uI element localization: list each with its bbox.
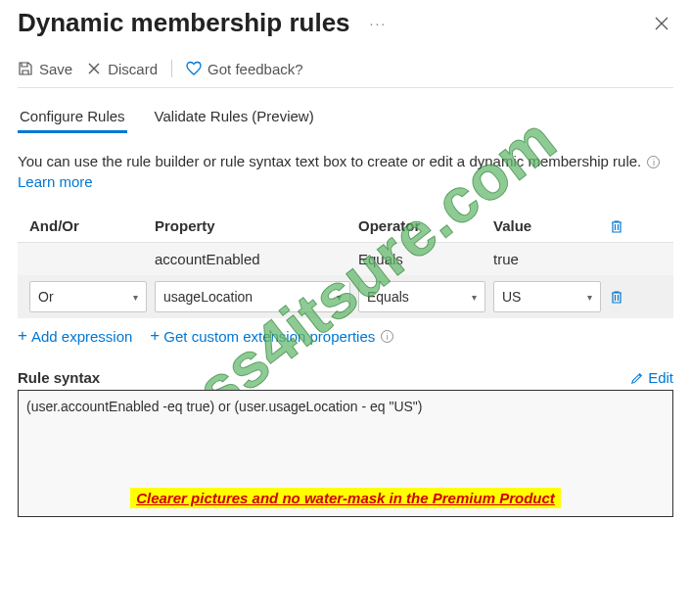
chevron-down-icon: ▾ [472,292,477,303]
more-menu[interactable]: ··· [370,16,388,31]
plus-icon: + [150,326,160,346]
add-expression-label: Add expression [31,328,132,345]
edit-syntax-button[interactable]: Edit [630,369,673,386]
value-dropdown[interactable]: US ▾ [493,281,601,312]
dynamic-membership-panel: Pass4itsure.com Dynamic membership rules… [0,0,691,535]
plus-icon: + [18,326,27,346]
trash-icon [609,218,624,234]
tab-validate-rules[interactable]: Validate Rules (Preview) [153,102,316,133]
learn-more-link[interactable]: Learn more [18,173,93,190]
discard-label: Discard [108,61,158,77]
description-text: You can use the rule builder or rule syn… [18,151,673,192]
save-label: Save [39,61,72,77]
get-ext-label: Get custom extension properties [163,328,375,345]
property-dropdown[interactable]: usageLocation ▾ [155,281,350,312]
heart-icon [186,61,202,76]
delete-all-button[interactable] [609,218,638,234]
toolbar: Save Discard Got feedback? [18,56,673,88]
discard-button[interactable]: Discard [86,61,158,77]
close-icon [654,16,669,31]
property-value: usageLocation [163,289,253,305]
delete-row-button[interactable] [609,289,638,305]
cell-value: true [493,251,601,267]
cell-property: accountEnabled [155,251,350,267]
panel-title: Dynamic membership rules [18,8,350,38]
table-header-row: And/Or Property Operator Value [18,210,673,243]
rule-syntax-box[interactable]: (user.accountEnabled -eq true) or (user.… [18,390,673,517]
toolbar-separator [171,60,172,77]
chevron-down-icon: ▾ [337,292,342,303]
panel-header: Dynamic membership rules ··· [18,8,673,38]
trash-icon [609,289,624,305]
description-body: You can use the rule builder or rule syn… [18,153,641,169]
feedback-label: Got feedback? [207,61,303,77]
edit-label: Edit [648,369,673,386]
col-header-andor: And/Or [20,217,147,234]
info-icon[interactable]: i [381,330,393,343]
col-header-property: Property [155,217,350,234]
info-icon[interactable]: i [647,156,660,168]
pencil-icon [630,371,644,385]
table-row: Or ▾ usageLocation ▾ Equals ▾ US ▾ [18,275,673,318]
promo-banner: Clearer pictures and no water-mask in th… [19,490,672,506]
promo-text: Clearer pictures and no water-mask in th… [130,488,561,508]
actions-row: + Add expression + Get custom extension … [18,326,673,346]
andor-dropdown[interactable]: Or ▾ [29,281,147,312]
andor-value: Or [38,289,54,305]
table-row: accountEnabled Equals true [18,243,673,275]
tab-configure-rules[interactable]: Configure Rules [18,102,127,133]
rule-syntax-text: (user.accountEnabled -eq true) or (user.… [26,399,423,414]
save-button[interactable]: Save [18,61,72,77]
feedback-button[interactable]: Got feedback? [186,61,303,77]
discard-icon [86,61,102,76]
add-expression-button[interactable]: + Add expression [18,326,132,346]
tabs: Configure Rules Validate Rules (Preview) [18,102,673,133]
chevron-down-icon: ▾ [587,292,592,303]
operator-dropdown[interactable]: Equals ▾ [358,281,485,312]
value-value: US [502,289,521,305]
cell-operator: Equals [358,251,485,267]
col-header-value: Value [493,217,601,234]
rule-syntax-header: Rule syntax Edit [18,369,673,386]
close-button[interactable] [650,12,673,35]
chevron-down-icon: ▾ [133,292,138,303]
get-extension-properties-button[interactable]: + Get custom extension properties i [150,326,393,346]
col-header-operator: Operator [358,217,485,234]
save-icon [18,61,33,76]
rule-syntax-label: Rule syntax [18,369,100,386]
rule-builder-table: And/Or Property Operator Value accountEn… [18,210,673,318]
operator-value: Equals [367,289,409,305]
